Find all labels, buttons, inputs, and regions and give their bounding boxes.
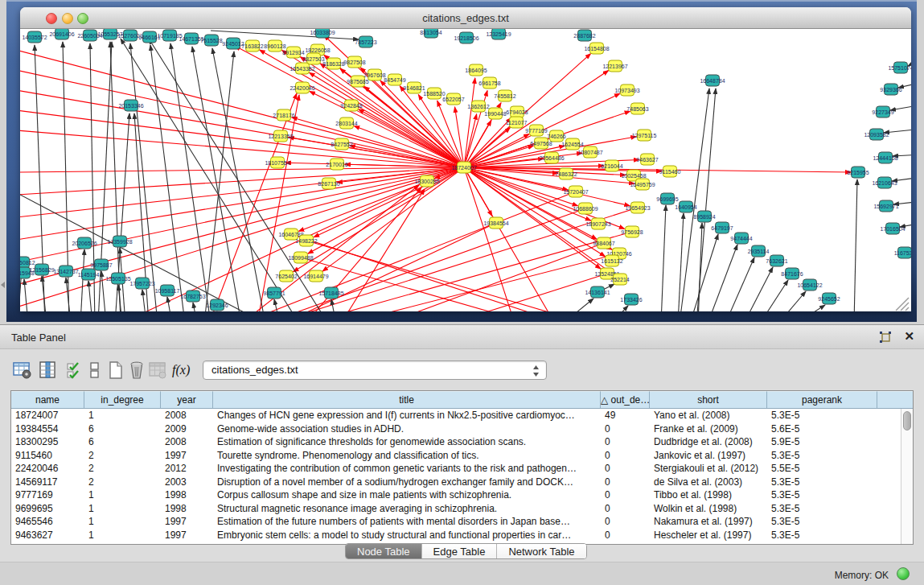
table-cell[interactable]: 0 (601, 422, 650, 436)
select-column-icon[interactable] (39, 360, 58, 380)
table-row[interactable]: 977716911998Corpus callosum shape and si… (11, 488, 901, 502)
graph-node-yellow[interactable]: 7485063 (626, 103, 648, 114)
graph-node-yellow[interactable]: 16154808 (584, 43, 609, 54)
graph-node-teal[interactable]: 7857223 (355, 36, 376, 47)
table-cell[interactable]: Jankovic et al. (1997) (650, 449, 767, 463)
graph-node-yellow[interactable]: 10688609 (573, 203, 598, 214)
table-cell[interactable]: 5.3E-5 (767, 529, 877, 542)
graph-node-yellow[interactable]: 1588520 (423, 88, 445, 99)
graph-node-teal[interactable]: 16210643 (872, 177, 897, 188)
table-cell[interactable]: de Silva et al. (2003) (650, 476, 767, 489)
graph-node-yellow[interactable]: 1864095 (465, 64, 487, 76)
table-row[interactable]: 1938455462009Genome-wide association stu… (11, 422, 901, 436)
network-window-titlebar[interactable]: citations_edges.txt (20, 7, 911, 29)
table-cell[interactable]: Nakamura et al. (1997) (650, 515, 767, 529)
table-cell[interactable]: 2012 (161, 462, 213, 476)
table-cell[interactable]: Structural magnetic resonance image aver… (213, 502, 601, 516)
network-window[interactable]: citations_edges.txt 18724007716382289601… (20, 7, 911, 311)
graph-node-yellow[interactable]: 9115460 (659, 166, 681, 177)
table-row[interactable]: 911546021997Tourette syndrome. Phenomeno… (11, 449, 901, 463)
column-header-in_degree[interactable]: in_degree (84, 391, 161, 408)
column-header-pagerank[interactable]: pagerank (767, 391, 877, 408)
memory-indicator[interactable] (897, 567, 910, 580)
table-cell[interactable]: 2003 (161, 476, 213, 489)
table-cell[interactable]: 5.3E-5 (767, 515, 877, 529)
graph-node-teal[interactable]: 6479197 (711, 222, 733, 233)
table-cell[interactable]: Disruption of a novel member of a sodium… (213, 476, 601, 489)
table-selector-dropdown[interactable]: citations_edges.txt (203, 360, 547, 380)
table-cell[interactable]: Corpus callosum shape and size in male p… (213, 488, 601, 502)
table-row[interactable]: 969969511998Structural magnetic resonanc… (11, 502, 901, 516)
graph-node-teal[interactable]: 16782753 (180, 290, 205, 302)
graph-node-teal[interactable]: 9227349 (872, 106, 893, 117)
graph-node-yellow[interactable]: 8960128 (264, 40, 285, 51)
table-cell[interactable]: 5.3E-5 (767, 476, 877, 489)
table-cell[interactable]: 0 (601, 476, 650, 489)
table-row[interactable]: 1456911722003Disruption of a novel membe… (11, 476, 901, 489)
table-cell[interactable]: 49 (601, 409, 650, 422)
graph-node-teal[interactable]: 10553257 (97, 29, 122, 39)
select-rows-icon[interactable] (66, 360, 85, 380)
graph-node-teal[interactable]: 14671355 (179, 33, 203, 44)
graph-node-yellow[interactable]: 12213967 (602, 60, 627, 72)
table-cell[interactable]: 18300295 (11, 435, 84, 449)
table-cell[interactable]: Yano et al. (2008) (650, 409, 767, 422)
table-cell[interactable]: 9115460 (11, 449, 84, 463)
graph-node-teal[interactable]: 16648784 (700, 75, 725, 86)
table-cell[interactable]: Changes of HCN gene expression and I(f) … (213, 409, 601, 422)
graph-node-yellow[interactable]: 252214 (610, 274, 629, 285)
graph-node-teal[interactable]: 1733426 (620, 294, 642, 305)
table-cell[interactable]: Stergiakouli et al. (2012) (650, 462, 767, 476)
graph-node-yellow[interactable]: 19654923 (625, 202, 650, 213)
table-cell[interactable]: 0 (601, 515, 650, 529)
citation-graph[interactable]: 1872400771638228960128891293418226058982… (20, 29, 911, 311)
graph-node-yellow[interactable]: 9146821 (403, 82, 425, 93)
graph-node-teal[interactable]: 14035572 (22, 31, 47, 43)
graph-node-yellow[interactable]: 2803144 (335, 117, 357, 129)
table-cell[interactable]: Investigating the contribution of common… (213, 462, 601, 476)
graph-node-yellow[interactable]: 2967608 (363, 69, 385, 80)
graph-node-teal[interactable]: 15751074 (888, 62, 911, 73)
graph-node-teal[interactable]: 17957223 (129, 278, 154, 289)
table-row[interactable]: 946554611997Estimation of the future num… (11, 515, 901, 529)
table-cell[interactable]: Tibbo et al. (1998) (650, 488, 767, 502)
table-cell[interactable]: Tourette syndrome. Phenomenology and cla… (213, 449, 601, 463)
table-cell[interactable]: Estimation of the future numbers of pati… (213, 515, 601, 529)
graph-node-yellow[interactable]: 2718176 (273, 109, 294, 121)
function-builder-icon[interactable]: f(x) (172, 363, 191, 382)
table-row[interactable]: 1830029562008Estimation of significance … (11, 435, 901, 449)
vertical-scrollbar[interactable] (901, 409, 913, 544)
graph-node-teal[interactable]: 8471676 (781, 268, 803, 279)
graph-node-yellow[interactable]: 9827508 (343, 56, 365, 68)
graph-node-teal[interactable]: 20691406 (49, 29, 74, 39)
graph-node-teal[interactable]: 19218506 (454, 32, 478, 43)
close-panel-icon[interactable]: ✕ (904, 329, 914, 344)
graph-node-teal[interactable]: 10719185 (157, 30, 182, 41)
graph-node-yellow[interactable]: 6961758 (478, 77, 500, 89)
graph-node-teal[interactable]: 10654122 (797, 279, 822, 290)
graph-node-teal[interactable]: 9699695 (656, 193, 678, 204)
table-cell[interactable]: 5.6E-5 (767, 422, 877, 436)
graph-node-yellow[interactable]: 8912934 (282, 47, 304, 58)
float-window-icon[interactable] (879, 331, 892, 344)
table-cell[interactable]: 5.3E-5 (767, 488, 877, 502)
table-cell[interactable]: Wolkin et al. (1998) (650, 502, 767, 516)
graph-node-yellow[interactable]: 746266 (547, 130, 565, 142)
table-cell[interactable]: 0 (601, 449, 650, 463)
table-settings-icon[interactable] (13, 360, 32, 380)
column-header-title[interactable]: title (213, 391, 601, 408)
graph-node-teal[interactable]: 13142737 (53, 266, 78, 277)
table-cell[interactable]: 1997 (161, 529, 213, 542)
graph-node-teal[interactable]: 15692971 (873, 200, 898, 212)
graph-node-teal[interactable]: 12444158 (873, 152, 897, 163)
graph-node-teal[interactable]: 17016504 (880, 223, 905, 234)
column-header-short[interactable]: short (650, 391, 767, 408)
graph-node-yellow[interactable]: 9756928 (621, 226, 643, 237)
table-cell[interactable]: 1997 (161, 449, 213, 463)
graph-node-yellow[interactable]: 7625402 (275, 270, 297, 282)
graph-node-teal[interactable]: 20153346 (118, 100, 143, 111)
graph-node-yellow[interactable]: 9463627 (636, 154, 658, 165)
resize-grip[interactable] (896, 298, 909, 311)
graph-node-yellow[interactable]: 12213358 (268, 130, 293, 142)
table-cell[interactable]: 9463627 (11, 529, 84, 542)
